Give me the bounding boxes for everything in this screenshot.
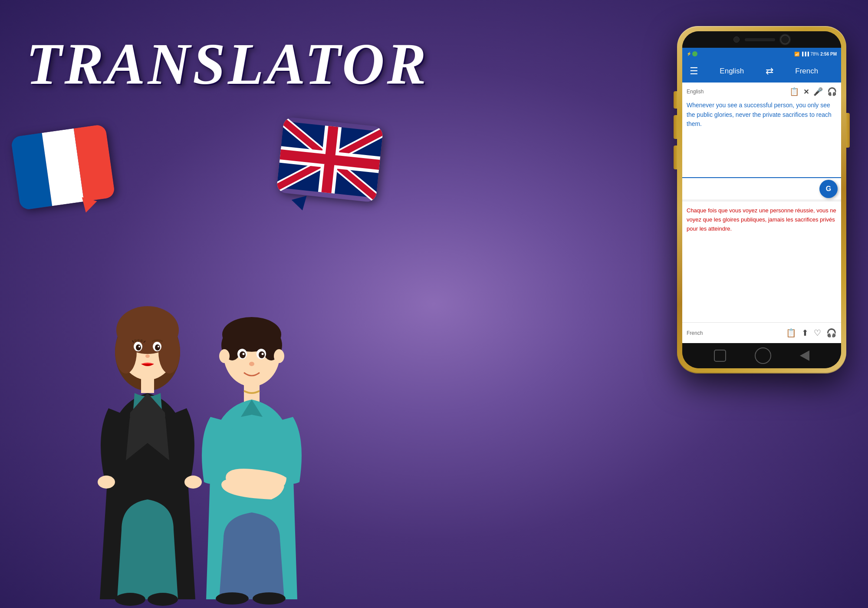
favorite-icon[interactable]: ♡ (814, 328, 821, 338)
svg-point-9 (155, 344, 160, 350)
phone-device: ⚡ 📶 ▐▐▐ 78% 2:56 PM ☰ English ⇄ Frenc (677, 26, 842, 365)
svg-point-34 (243, 353, 245, 355)
french-flag-bubble (15, 130, 111, 215)
app-header: ☰ English ⇄ French (682, 60, 841, 83)
svg-point-39 (253, 592, 286, 605)
share-icon[interactable]: ⬆ (802, 328, 809, 338)
source-section: English 📋 ✕ 🎤 🎧 Whenever you see a succe… (682, 83, 841, 178)
microphone-icon[interactable]: 🎤 (813, 87, 823, 96)
source-text[interactable]: Whenever you see a successful person, yo… (687, 99, 837, 131)
signal-bars: ▐▐▐ (801, 52, 809, 56)
source-language-label[interactable]: English (703, 67, 761, 76)
swap-languages-icon[interactable]: ⇄ (763, 63, 776, 79)
source-action-icons: 📋 ✕ 🎤 🎧 (789, 87, 837, 96)
svg-point-4 (115, 330, 137, 373)
battery-percentage: 78% (810, 52, 819, 56)
svg-point-11 (158, 346, 159, 347)
svg-point-22 (148, 593, 178, 606)
svg-point-17 (145, 354, 150, 358)
listen-icon[interactable]: 🎧 (827, 87, 837, 96)
boy-character (191, 304, 312, 608)
svg-point-32 (240, 351, 246, 358)
phone-navigation-bar (682, 343, 841, 368)
clear-icon[interactable]: ✕ (803, 88, 809, 96)
svg-point-36 (249, 362, 254, 366)
home-button[interactable] (755, 347, 771, 364)
copy-icon[interactable]: 📋 (786, 328, 796, 338)
result-text: Chaque fois que vous voyez une personne … (687, 206, 837, 233)
svg-point-38 (216, 592, 249, 605)
translate-button[interactable]: G (819, 180, 838, 198)
app-body: English 📋 ✕ 🎤 🎧 Whenever you see a succe… (682, 83, 841, 343)
svg-point-35 (262, 353, 264, 355)
svg-point-5 (158, 330, 180, 373)
svg-point-29 (274, 349, 284, 363)
svg-point-28 (219, 349, 230, 363)
status-right: 📶 ▐▐▐ 78% 2:56 PM (794, 52, 837, 56)
svg-point-8 (136, 344, 141, 350)
uk-flag-bubble (280, 122, 384, 213)
source-lang-label: English (687, 89, 704, 95)
wifi-icon: 📶 (794, 52, 799, 56)
svg-point-33 (259, 351, 265, 358)
circle-icon (692, 51, 697, 56)
status-bar: ⚡ 📶 ▐▐▐ 78% 2:56 PM (682, 48, 841, 60)
usb-icon: ⚡ (687, 52, 691, 56)
girl-character (87, 295, 208, 608)
listen-result-icon[interactable]: 🎧 (826, 328, 837, 338)
svg-point-19 (98, 476, 115, 489)
clipboard-icon[interactable]: 📋 (789, 87, 799, 96)
time-display: 2:56 PM (820, 52, 837, 56)
bottom-icons: 📋 ⬆ ♡ 🎧 (786, 328, 837, 338)
hamburger-icon[interactable]: ☰ (687, 63, 700, 79)
svg-point-21 (115, 593, 145, 606)
app-title: TRANSLATOR (26, 30, 429, 98)
recent-apps-button[interactable] (800, 350, 809, 361)
translate-button-row: G (682, 178, 841, 200)
target-language-label[interactable]: French (778, 67, 836, 76)
result-section: Chaque fois que vous voyez une personne … (682, 202, 841, 322)
svg-point-10 (138, 346, 140, 347)
target-lang-label: French (687, 330, 703, 336)
back-button[interactable] (714, 350, 726, 362)
svg-rect-18 (141, 376, 154, 393)
bottom-action-bar: French 📋 ⬆ ♡ 🎧 (682, 322, 841, 343)
